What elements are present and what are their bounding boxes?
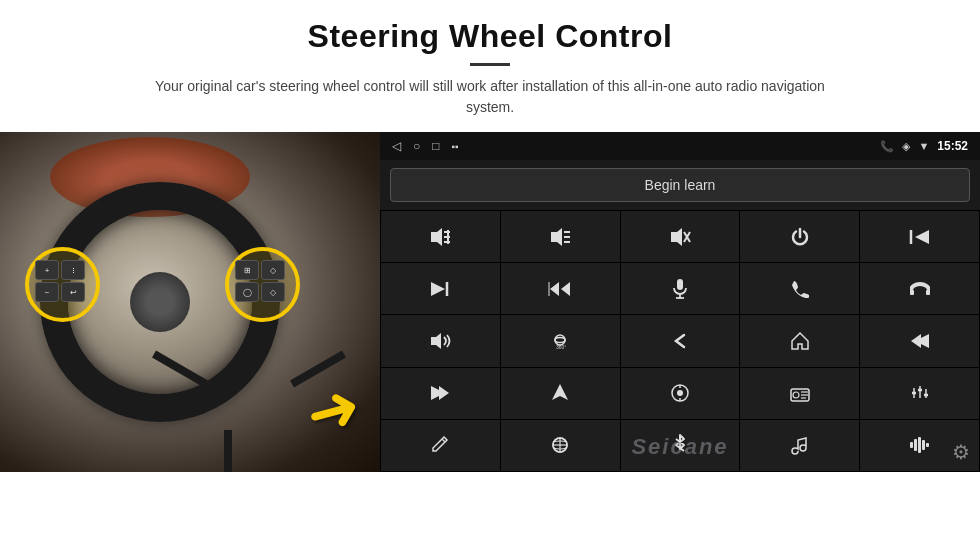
page-container: Steering Wheel Control Your original car… <box>0 0 980 548</box>
android-screen-wrapper: ◁ ○ □ ▪▪ 📞 ◈ ▼ 15:52 Begin learn <box>380 132 980 472</box>
bluetooth-button[interactable] <box>621 420 740 471</box>
svg-marker-9 <box>671 228 682 246</box>
sw-buttons-right: ⊞ ◇ ◯ ◇ <box>235 260 285 302</box>
sw-btn-media: ⊞ <box>235 260 259 280</box>
settings-gear-button[interactable]: ⚙ <box>952 440 970 464</box>
hang-up-button[interactable] <box>860 263 979 314</box>
sw-btn-diamond: ◇ <box>261 282 285 302</box>
status-bar: ◁ ○ □ ▪▪ 📞 ◈ ▼ 15:52 <box>380 132 980 160</box>
status-bar-right: 📞 ◈ ▼ 15:52 <box>880 139 968 153</box>
phone-button[interactable] <box>740 263 859 314</box>
control-grid: 360° <box>380 210 980 472</box>
spoke-bottom <box>224 430 232 472</box>
sw-btn-plus: + <box>35 260 59 280</box>
skip-forward-button[interactable] <box>381 368 500 419</box>
vol-down-button[interactable] <box>501 211 620 262</box>
subtitle: Your original car's steering wheel contr… <box>140 76 840 118</box>
begin-learn-row: Begin learn <box>380 160 980 210</box>
spoke-left <box>152 351 208 388</box>
nav-home-icon[interactable]: ○ <box>413 139 420 153</box>
content-row: + ⫶ − ↩ ⊞ ◇ ◯ ◇ ➜ ◁ ○ <box>0 132 980 472</box>
sw-btn-dial: ◇ <box>261 260 285 280</box>
svg-rect-58 <box>926 443 929 447</box>
vol-up-button[interactable] <box>381 211 500 262</box>
svg-marker-16 <box>550 282 559 296</box>
prev-track-button[interactable] <box>860 211 979 262</box>
phone-status-icon: 📞 <box>880 140 894 153</box>
svg-marker-14 <box>431 282 445 296</box>
eq-button[interactable] <box>860 368 979 419</box>
page-title: Steering Wheel Control <box>20 18 960 55</box>
music-button[interactable] <box>740 420 859 471</box>
svg-rect-57 <box>922 440 925 450</box>
status-bar-left: ◁ ○ □ ▪▪ <box>392 139 459 153</box>
svg-rect-19 <box>677 279 683 290</box>
svg-marker-13 <box>915 230 929 244</box>
pen-button[interactable] <box>381 420 500 471</box>
sw-btn-back: ↩ <box>61 282 85 302</box>
nav-recent-icon[interactable]: □ <box>432 139 439 153</box>
header-section: Steering Wheel Control Your original car… <box>0 0 980 128</box>
svg-rect-56 <box>918 437 921 453</box>
sw-btn-circle: ◯ <box>235 282 259 302</box>
skip-next-button[interactable] <box>381 263 500 314</box>
steering-wheel-image: + ⫶ − ↩ ⊞ ◇ ◯ ◇ ➜ <box>0 132 380 472</box>
mute-button[interactable] <box>621 211 740 262</box>
svg-marker-17 <box>561 282 570 296</box>
wifi-icon: ▼ <box>918 140 929 152</box>
svg-marker-33 <box>552 384 568 400</box>
source-button[interactable] <box>621 368 740 419</box>
svg-line-49 <box>442 439 445 442</box>
svg-marker-5 <box>551 228 562 246</box>
svg-rect-23 <box>926 290 930 295</box>
skip-back-button[interactable] <box>860 315 979 366</box>
svg-rect-54 <box>910 442 913 448</box>
svg-marker-30 <box>911 334 921 348</box>
sw-btn-mode: ⫶ <box>61 260 85 280</box>
title-divider <box>470 63 510 66</box>
begin-learn-button[interactable]: Begin learn <box>390 168 970 202</box>
location-icon: ◈ <box>902 140 910 153</box>
android-screen: ◁ ○ □ ▪▪ 📞 ◈ ▼ 15:52 Begin learn <box>380 132 980 472</box>
fast-prev-button[interactable] <box>501 263 620 314</box>
svg-point-27 <box>555 337 565 342</box>
svg-marker-32 <box>439 386 449 400</box>
navigation-button[interactable] <box>501 368 620 419</box>
speaker-button[interactable] <box>381 315 500 366</box>
sw-buttons-left: + ⫶ − ↩ <box>35 260 85 302</box>
nav-back-icon[interactable]: ◁ <box>392 139 401 153</box>
svg-point-39 <box>793 392 799 398</box>
svg-marker-24 <box>431 333 441 349</box>
svg-marker-0 <box>431 228 442 246</box>
svg-text:360°: 360° <box>556 344 566 350</box>
svg-rect-22 <box>910 290 914 295</box>
status-time: 15:52 <box>937 139 968 153</box>
sw-btn-minus: − <box>35 282 59 302</box>
mic-button[interactable] <box>621 263 740 314</box>
power-button[interactable] <box>740 211 859 262</box>
svg-rect-55 <box>914 439 917 451</box>
camera-360-button[interactable]: 360° <box>501 315 620 366</box>
battery-signal-icon: ▪▪ <box>452 141 459 152</box>
radio-button[interactable] <box>740 368 859 419</box>
back-button[interactable] <box>621 315 740 366</box>
svg-point-35 <box>677 390 683 396</box>
menu-button[interactable] <box>501 420 620 471</box>
home-button[interactable] <box>740 315 859 366</box>
